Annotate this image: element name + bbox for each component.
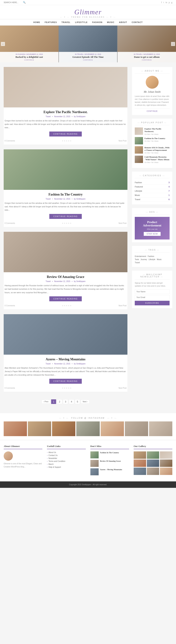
category-music[interactable]: Music 1 xyxy=(135,193,170,198)
gallery-thumb-6[interactable] xyxy=(160,460,172,467)
popular-post-3-title[interactable]: Remote A/K/A Cloudy...With a Chance of I… xyxy=(145,146,170,152)
popular-post-4-title[interactable]: Cold Mountain Mysteries "Wild Nature" Ph… xyxy=(145,156,170,161)
about-name: Mr. Johan Smith xyxy=(135,90,170,94)
instagram-photo-3[interactable] xyxy=(52,422,75,436)
slide-2-continue[interactable]: CONTINUE xyxy=(61,59,115,61)
pinterest-icon[interactable]: p xyxy=(169,1,170,4)
popular-post-1-title[interactable]: Explore The Pacific Northwest. xyxy=(145,128,170,133)
dont-miss-title-2[interactable]: Review Of Amazing Grace xyxy=(100,460,129,462)
page-5[interactable]: 5 xyxy=(75,399,80,404)
instagram-photo-2[interactable] xyxy=(28,422,51,436)
nav-contact[interactable]: CONTACT xyxy=(132,21,143,23)
tag-lifestyle[interactable]: Lifestyle xyxy=(149,258,155,260)
article-2-meta: Travel • November 12, 2015 • by Smithjop… xyxy=(4,198,126,200)
site-logo[interactable]: Glimmer xyxy=(0,8,176,16)
category-fashion[interactable]: Fashion 3 xyxy=(135,180,170,185)
slide-1-continue[interactable]: CONTINUE xyxy=(2,59,57,61)
about-continue[interactable]: Continue xyxy=(135,108,170,112)
article-1-stars: ★★★★★ xyxy=(62,140,72,142)
category-featured[interactable]: Featured 4 xyxy=(135,185,170,189)
dont-miss-title-1[interactable]: Fashion In The Country xyxy=(100,452,129,454)
page-1[interactable]: 1 xyxy=(51,399,56,404)
instagram-photo-1[interactable] xyxy=(4,422,27,436)
gallery-thumb-5[interactable] xyxy=(147,460,159,467)
nav-music[interactable]: MUSIC xyxy=(107,21,114,23)
article-2-next[interactable]: Next Post xyxy=(119,222,126,224)
nav-home[interactable]: HOME xyxy=(33,21,40,23)
page-prev[interactable]: ‹ Prev xyxy=(42,400,50,404)
slide-3-continue[interactable]: CONTINUE xyxy=(119,59,174,61)
dont-miss-3: Azores – Moving Mountains xyxy=(90,468,129,475)
category-lifestyle[interactable]: Lifestyle 7 xyxy=(135,189,170,193)
twitter-icon[interactable]: t xyxy=(163,1,164,4)
gallery-grid xyxy=(134,452,172,475)
article-3-excerpt: Having passed through the Russian border… xyxy=(4,284,126,294)
footer-link-about[interactable]: About Us xyxy=(47,452,86,454)
popular-post-2-title[interactable]: Fashion In The Country xyxy=(145,137,170,140)
tags-widget: Tags Entertainment Fashion Tools Journey… xyxy=(132,246,172,267)
page-next[interactable]: Next › xyxy=(81,400,89,404)
instagram-photo-5[interactable] xyxy=(101,422,124,436)
instagram-photo-6[interactable] xyxy=(125,422,148,436)
google-icon[interactable]: g xyxy=(171,1,172,4)
hero-next-button[interactable]: › xyxy=(171,42,175,46)
tag-fashion[interactable]: Fashion xyxy=(148,255,154,257)
page-2[interactable]: 2 xyxy=(57,399,62,404)
hero-slide-3: In Travel • November 12, 2015 Dame to ge… xyxy=(117,26,176,62)
article-3-next[interactable]: Next Post xyxy=(119,304,126,307)
footer-link-contact[interactable]: Contact Us xyxy=(47,454,86,456)
footer-dont-miss-title: Don't Miss xyxy=(90,445,129,449)
dont-miss-info-3: Azores – Moving Mountains xyxy=(100,468,129,475)
gallery-thumb-2[interactable] xyxy=(147,452,159,459)
content-area: Explore The Pacific Northwest. Travel • … xyxy=(4,67,127,407)
hero-prev-button[interactable]: ‹ xyxy=(1,42,5,46)
gallery-thumb-3[interactable] xyxy=(160,452,172,459)
slide-2-category: In Travel • November 12, 2015 xyxy=(61,53,115,55)
gallery-thumb-7[interactable] xyxy=(134,468,146,475)
page-3[interactable]: 3 xyxy=(63,399,68,404)
linkedin-icon[interactable]: in xyxy=(166,1,167,4)
nav-lifestyle[interactable]: LIFESTYLE xyxy=(75,21,88,23)
gallery-thumb-9[interactable] xyxy=(160,468,172,475)
article-1-excerpt: Gregor then turned to look out the windo… xyxy=(4,119,126,129)
page-4[interactable]: 4 xyxy=(69,399,74,404)
tag-music[interactable]: Music xyxy=(157,258,162,260)
popular-thumb-3 xyxy=(135,146,143,154)
footer-link-march[interactable]: March xyxy=(47,463,86,465)
tag-travel[interactable]: Travel xyxy=(135,262,140,264)
ads-button[interactable]: STAR NOW xyxy=(144,232,160,236)
article-4-next[interactable]: Next Post xyxy=(119,387,126,389)
slide-1-category: In Fashion • November 12, 2015 xyxy=(2,53,57,55)
main-container: Explore The Pacific Northwest. Travel • … xyxy=(0,62,176,411)
article-1-next[interactable]: Next Post xyxy=(119,140,126,142)
tag-journey[interactable]: Journey xyxy=(141,258,147,260)
article-2-continue[interactable]: CONTINUE READING xyxy=(49,214,82,219)
search-bar[interactable]: 🔍 xyxy=(4,1,26,4)
article-1-continue[interactable]: CONTINUE READING xyxy=(49,132,82,136)
footer-link-terms[interactable]: Terms and Condition xyxy=(47,460,86,462)
facebook-icon[interactable]: f xyxy=(161,1,162,4)
newsletter-subscribe-button[interactable]: SUBSCRIBE xyxy=(135,301,170,305)
tag-entertainment[interactable]: Entertainment xyxy=(135,255,146,257)
nav-about[interactable]: ABOUT xyxy=(119,21,127,23)
nav-features[interactable]: FEATURES xyxy=(45,21,57,23)
instagram-photo-4[interactable] xyxy=(76,422,99,436)
footer-link-help[interactable]: Help & Support xyxy=(47,466,86,468)
article-4-continue[interactable]: CONTINUE READING xyxy=(49,379,82,384)
newsletter-email-input[interactable] xyxy=(135,295,170,300)
search-input[interactable] xyxy=(4,2,22,4)
newsletter-name-input[interactable] xyxy=(135,289,170,294)
category-travel[interactable]: Travel 6 xyxy=(135,198,170,202)
nav-travel[interactable]: TRAVEL xyxy=(61,21,70,23)
dont-miss-title-3[interactable]: Azores – Moving Mountains xyxy=(100,468,129,471)
gallery-thumb-4[interactable] xyxy=(134,460,146,467)
categories-widget: Categories Fashion 3 Featured 4 Lifestyl… xyxy=(132,172,172,204)
tag-tools[interactable]: Tools xyxy=(135,258,139,260)
gallery-thumb-1[interactable] xyxy=(134,452,146,459)
nav-fashion[interactable]: FASHION xyxy=(92,21,102,23)
gallery-thumb-8[interactable] xyxy=(147,468,159,475)
article-1-meta: Travel • November 12, 2015 • by Smithjop… xyxy=(4,116,126,118)
instagram-photo-7[interactable] xyxy=(149,422,172,436)
article-3-continue[interactable]: CONTINUE READING xyxy=(49,296,82,301)
footer-link-newsletter[interactable]: Newsletter xyxy=(47,457,86,459)
